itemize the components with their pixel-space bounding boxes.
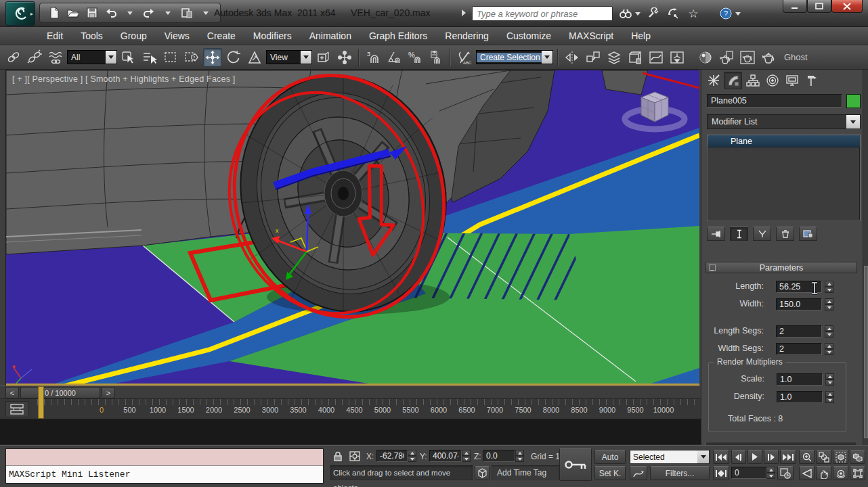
width-field[interactable] bbox=[776, 298, 822, 310]
tab-hierarchy-icon[interactable] bbox=[743, 72, 762, 89]
mirror-icon[interactable] bbox=[563, 48, 582, 67]
tab-display-icon[interactable] bbox=[783, 72, 801, 89]
selection-filter-dropdown[interactable]: All bbox=[67, 50, 117, 64]
minimize-button[interactable] bbox=[783, 0, 807, 13]
zoom-extents-icon[interactable] bbox=[833, 450, 848, 464]
current-frame-field[interactable] bbox=[731, 467, 766, 479]
pan-hand-icon[interactable] bbox=[816, 466, 831, 480]
undo-button[interactable] bbox=[104, 5, 118, 20]
reference-coordinate-dropdown[interactable]: View bbox=[266, 50, 312, 64]
density-field[interactable] bbox=[777, 391, 823, 403]
graphite-ribbon-toggle-icon[interactable] bbox=[626, 48, 645, 67]
rollout-collapse-icon[interactable]: _ bbox=[709, 264, 716, 271]
viewport-label[interactable]: [ + ][ Perspective ] [ Smooth + Highligh… bbox=[12, 74, 235, 84]
workspace-dropdown-arrow[interactable] bbox=[198, 5, 213, 20]
unlink-icon[interactable] bbox=[25, 48, 44, 67]
angle-snap-toggle-icon[interactable] bbox=[385, 48, 404, 67]
time-slider-marker[interactable] bbox=[38, 386, 44, 419]
x-coord-spinner[interactable] bbox=[408, 450, 416, 462]
window-crossing-toggle-icon[interactable] bbox=[182, 48, 201, 67]
rectangular-selection-region-icon[interactable] bbox=[161, 48, 180, 67]
panel-scrollbar-thumb[interactable] bbox=[864, 266, 868, 438]
select-and-move-icon[interactable] bbox=[203, 48, 222, 67]
open-file-button[interactable] bbox=[66, 5, 81, 20]
new-file-button[interactable] bbox=[47, 5, 62, 20]
set-key-button[interactable]: Set K. bbox=[594, 466, 626, 480]
field-of-view-icon[interactable] bbox=[799, 466, 815, 480]
redo-dropdown-arrow[interactable] bbox=[160, 5, 175, 20]
dropdown-arrow-icon[interactable] bbox=[846, 115, 860, 129]
menu-item-help[interactable]: Help bbox=[622, 28, 659, 44]
width-segs-field[interactable] bbox=[776, 343, 822, 355]
tab-utilities-icon[interactable] bbox=[802, 72, 821, 89]
go-to-start-button[interactable] bbox=[713, 450, 729, 464]
viewport[interactable]: x bbox=[5, 70, 699, 386]
density-spinner[interactable] bbox=[825, 391, 834, 403]
spinner-snap-toggle-icon[interactable] bbox=[427, 48, 446, 67]
y-coord-spinner[interactable] bbox=[462, 450, 471, 462]
listener-macro-row[interactable] bbox=[6, 449, 323, 466]
x-coord-field[interactable] bbox=[376, 450, 408, 462]
named-selection-sets-icon[interactable]: ABC bbox=[455, 48, 474, 67]
select-by-name-icon[interactable] bbox=[140, 48, 159, 67]
menu-item-animation[interactable]: Animation bbox=[301, 28, 360, 44]
remove-modifier-button[interactable] bbox=[776, 227, 794, 241]
rendered-frame-window-icon[interactable] bbox=[738, 48, 757, 67]
app-logo-button[interactable] bbox=[5, 1, 35, 26]
time-configuration-button[interactable] bbox=[777, 466, 794, 480]
frame-spinner[interactable] bbox=[766, 467, 775, 479]
z-coord-field[interactable] bbox=[483, 450, 515, 462]
listener-script-row[interactable]: MAXScript Mini Listener bbox=[6, 466, 323, 483]
save-button[interactable] bbox=[85, 5, 100, 20]
add-time-tag-button[interactable]: Add Time Tag bbox=[492, 465, 559, 480]
rollout-header[interactable]: Parameters _ bbox=[706, 262, 857, 273]
go-to-end-button[interactable] bbox=[780, 450, 796, 464]
pin-stack-button[interactable] bbox=[707, 227, 725, 241]
menu-item-create[interactable]: Create bbox=[198, 28, 244, 44]
length-spinner[interactable] bbox=[825, 281, 833, 293]
select-and-link-icon[interactable] bbox=[4, 48, 23, 67]
make-unique-button[interactable] bbox=[753, 227, 771, 241]
next-frame-button[interactable] bbox=[764, 450, 779, 464]
set-key-mode-button[interactable] bbox=[559, 448, 592, 481]
select-and-rotate-icon[interactable] bbox=[224, 48, 243, 67]
menu-item-rendering[interactable]: Rendering bbox=[436, 28, 498, 44]
close-button[interactable] bbox=[831, 0, 863, 13]
bind-to-spacewarp-icon[interactable] bbox=[46, 48, 65, 67]
absolute-offset-toggle-icon[interactable] bbox=[349, 450, 361, 462]
select-and-manipulate-icon[interactable] bbox=[335, 48, 354, 67]
menu-item-edit[interactable]: Edit bbox=[38, 28, 72, 44]
previous-frame-button[interactable] bbox=[731, 450, 746, 464]
z-coord-spinner[interactable] bbox=[515, 450, 524, 462]
length-segs-spinner[interactable] bbox=[825, 325, 833, 338]
object-color-swatch[interactable] bbox=[846, 94, 861, 108]
align-icon[interactable] bbox=[584, 48, 603, 67]
menu-item-maxscript[interactable]: MAXScript bbox=[560, 28, 622, 44]
dropdown-arrow-icon[interactable] bbox=[697, 450, 709, 463]
zoom-extents-all-icon[interactable] bbox=[850, 450, 865, 464]
subscription-wrench-icon[interactable] bbox=[645, 5, 661, 22]
key-filters-button[interactable]: Filters... bbox=[650, 466, 710, 480]
render-setup-icon[interactable] bbox=[717, 48, 736, 67]
material-editor-icon[interactable] bbox=[696, 48, 715, 67]
auto-key-button[interactable]: Auto bbox=[594, 450, 626, 464]
schematic-view-icon[interactable] bbox=[668, 48, 687, 67]
selection-lock-icon[interactable] bbox=[332, 450, 343, 462]
curve-editor-icon[interactable] bbox=[647, 48, 666, 67]
tab-modify-icon[interactable] bbox=[724, 72, 742, 89]
search-input[interactable] bbox=[472, 6, 613, 21]
default-tangent-icon[interactable] bbox=[630, 466, 647, 480]
scale-spinner[interactable] bbox=[825, 373, 834, 386]
viewport-canvas[interactable]: x bbox=[6, 70, 699, 386]
configure-modifier-sets-button[interactable] bbox=[799, 227, 817, 241]
help-dropdown-arrow[interactable] bbox=[734, 5, 742, 22]
menu-item-customize[interactable]: Customize bbox=[498, 28, 560, 44]
help-icon[interactable]: ? bbox=[718, 5, 734, 22]
time-slider-value-button[interactable]: 0 / 10000 bbox=[20, 387, 100, 398]
panel-scrollbar[interactable] bbox=[863, 70, 868, 446]
undo-dropdown-arrow[interactable] bbox=[123, 5, 137, 20]
stack-item-plane[interactable]: Plane bbox=[708, 135, 860, 147]
maximize-button[interactable] bbox=[807, 0, 831, 13]
select-and-scale-icon[interactable] bbox=[245, 48, 264, 67]
maxscript-mini-listener[interactable]: MAXScript Mini Listener bbox=[5, 448, 324, 484]
